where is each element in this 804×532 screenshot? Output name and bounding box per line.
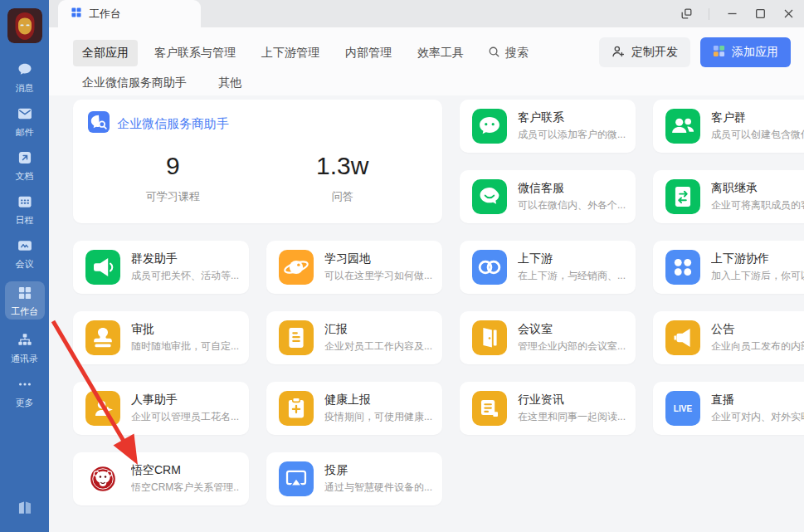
app-card-industry-news[interactable]: 行业资讯在这里和同事一起阅读... (460, 382, 636, 435)
popout-button[interactable] (680, 8, 692, 20)
window-controls (680, 0, 794, 27)
maximize-button[interactable] (754, 8, 766, 20)
custom-dev-button[interactable]: 定制开发 (599, 37, 690, 67)
header: 全部应用客户联系与管理上下游管理内部管理效率工具搜索 企业微信服务商助手其他 定… (49, 27, 804, 95)
live-icon: LIVE (665, 391, 700, 426)
user-avatar[interactable] (7, 8, 42, 43)
app-card-resign-inherit[interactable]: 离职继承企业可将离职成员的客... (653, 170, 804, 223)
sidebar: 消息邮件文档日程会议工作台通讯录更多 (0, 0, 49, 532)
category-tab-row2-1[interactable]: 其他 (209, 70, 251, 96)
service-assistant-link[interactable]: 企业微信服务商助手 (88, 111, 229, 136)
sidebar-item-meeting[interactable]: 会议 (5, 237, 45, 269)
add-app-button[interactable]: 添加应用 (700, 37, 791, 67)
app-title: 离职继承 (711, 181, 804, 196)
category-tab-row2-0[interactable]: 企业微信服务商助手 (73, 70, 196, 96)
category-tab-4[interactable]: 效率工具 (408, 40, 473, 66)
app-card-health-report[interactable]: 健康上报疫情期间，可使用健康... (266, 382, 442, 435)
service-assistant-title: 企业微信服务商助手 (117, 116, 229, 132)
wechat-bubble-icon (472, 109, 507, 144)
service-assistant-card: 企业微信服务商助手 9可学习课程1.3w问答 (73, 100, 442, 223)
grid-icon (17, 285, 33, 305)
app-card-meeting-room[interactable]: 会议室管理企业内部的会议室... (460, 311, 636, 364)
category-tabs-row2: 企业微信服务商助手其他 (73, 70, 251, 96)
sidebar-item-docs[interactable]: 文档 (5, 149, 45, 181)
category-tabs-row1: 全部应用客户联系与管理上下游管理内部管理效率工具搜索 (73, 40, 536, 66)
app-card-text: 审批随时随地审批，可自定... (131, 322, 239, 354)
app-card-text: 悟空CRM悟空CRM客户关系管理... (131, 463, 239, 495)
category-tab-3[interactable]: 内部管理 (336, 40, 401, 66)
workbench-grid-icon (71, 7, 82, 21)
app-description: 加入上下游后，你可以... (711, 269, 804, 283)
app-title: 行业资讯 (518, 393, 626, 408)
stat-label: 问答 (258, 189, 428, 204)
stat-value: 1.3w (258, 150, 428, 182)
sidebar-item-label: 通讯录 (11, 354, 38, 364)
service-assistant-icon (88, 111, 110, 136)
app-card-learning-center[interactable]: 学习园地可以在这里学习如何做... (266, 241, 442, 294)
company-building-icon[interactable] (0, 495, 49, 517)
app-card-approval[interactable]: 审批随时随地审批，可自定... (73, 311, 249, 364)
report-icon (279, 320, 314, 355)
app-title: 客户联系 (518, 110, 626, 125)
sidebar-item-label: 文档 (16, 171, 34, 181)
app-card-hr-assistant[interactable]: 人事助手企业可以管理员工花名... (73, 382, 249, 435)
app-card-customer-contact[interactable]: 客户联系成员可以添加客户的微... (460, 100, 636, 153)
app-card-announcement[interactable]: 公告企业向员工发布的内部... (653, 311, 804, 364)
app-card-wukong-crm[interactable]: 悟空CRM悟空CRM客户关系管理... (73, 452, 249, 505)
calendar-icon (17, 193, 33, 213)
planet-icon (279, 250, 314, 285)
app-card-live[interactable]: LIVE直播企业可对内、对外实时... (653, 382, 804, 435)
sidebar-item-label: 会议 (16, 259, 34, 269)
apps-grid: 企业微信服务商助手 9可学习课程1.3w问答 客户联系成员可以添加客户的微...… (73, 100, 798, 505)
clipboard-plus-icon (279, 391, 314, 426)
app-card-group-message[interactable]: 群发助手成员可把关怀、活动等... (73, 241, 249, 294)
megaphone-icon (85, 250, 120, 285)
search-icon (488, 46, 500, 61)
app-title: 群发助手 (131, 251, 239, 266)
avatar-image (7, 8, 42, 43)
category-tab-0[interactable]: 全部应用 (73, 40, 138, 66)
meeting-icon (17, 237, 33, 257)
colored-grid-icon (713, 45, 725, 60)
sidebar-item-messages[interactable]: 消息 (5, 61, 45, 93)
sidebar-item-workbench[interactable]: 工作台 (5, 281, 45, 320)
app-card-text: 健康上报疫情期间，可使用健康... (324, 393, 432, 424)
app-card-wechat-service[interactable]: 微信客服可以在微信内、外各个... (460, 170, 636, 223)
app-description: 可以在微信内、外各个... (518, 198, 626, 212)
category-tab-1[interactable]: 客户联系与管理 (145, 40, 245, 66)
group-icon (665, 109, 700, 144)
app-description: 成员可以创建包含微信... (711, 128, 804, 142)
sidebar-item-schedule[interactable]: 日程 (5, 193, 45, 225)
app-card-text: 投屏通过与智慧硬件设备的... (324, 463, 432, 495)
mail-icon (17, 105, 33, 125)
header-buttons: 定制开发 添加应用 (599, 37, 791, 67)
app-card-screen-cast[interactable]: 投屏通过与智慧硬件设备的... (266, 452, 442, 505)
minimize-button[interactable] (726, 8, 738, 20)
search-button[interactable]: 搜索 (480, 40, 536, 66)
app-description: 通过与智慧硬件设备的... (324, 481, 432, 495)
category-tab-2[interactable]: 上下游管理 (252, 40, 329, 66)
more-dots-icon (17, 376, 33, 396)
app-title: 客户群 (711, 110, 804, 125)
news-icon (472, 391, 507, 426)
stamp-icon (85, 320, 120, 355)
app-card-text: 汇报企业对员工工作内容及... (324, 322, 432, 354)
app-card-report[interactable]: 汇报企业对员工工作内容及... (266, 311, 442, 364)
app-card-customer-group[interactable]: 客户群成员可以创建包含微信... (653, 100, 804, 153)
sidebar-item-contacts[interactable]: 通讯录 (5, 332, 45, 364)
hr-icon (85, 391, 120, 426)
stat-0: 9可学习课程 (88, 150, 258, 204)
sidebar-item-more[interactable]: 更多 (5, 376, 45, 408)
close-button[interactable] (782, 8, 794, 20)
tab-strip: 工作台 (49, 0, 804, 27)
app-card-text: 群发助手成员可把关怀、活动等... (131, 251, 239, 283)
sidebar-item-label: 日程 (16, 215, 34, 225)
search-label: 搜索 (505, 46, 529, 61)
tab-workbench[interactable]: 工作台 (58, 0, 201, 27)
sidebar-item-mail[interactable]: 邮件 (5, 105, 45, 137)
app-card-supply-chain[interactable]: 上下游在上下游，与经销商、... (460, 241, 636, 294)
wecom-window: 消息邮件文档日程会议工作台通讯录更多 工作台 全部应用客户联系与管理上下游管理内… (0, 0, 804, 532)
app-title: 悟空CRM (131, 463, 239, 478)
app-card-supply-chain-collab[interactable]: 上下游协作加入上下游后，你可以... (653, 241, 804, 294)
app-card-text: 客户群成员可以创建包含微信... (711, 110, 804, 142)
